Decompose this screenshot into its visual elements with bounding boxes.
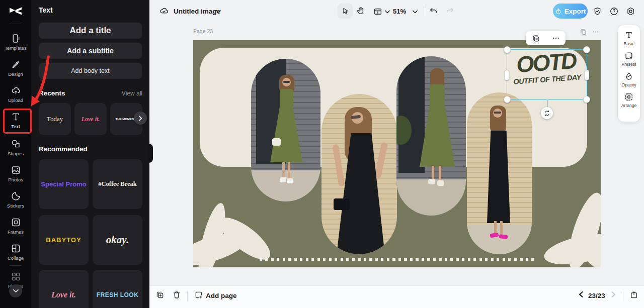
shield-check-icon[interactable]: [593, 7, 602, 16]
view-all-link[interactable]: View all: [122, 90, 142, 97]
export-page-icon[interactable]: [629, 290, 638, 299]
tool-opacity[interactable]: Opacity: [622, 71, 636, 87]
rotate-handle-line: [547, 99, 548, 107]
collage-photo-green-dress-back[interactable]: [396, 56, 466, 216]
chevron-down-icon: [13, 289, 19, 293]
sidebar-item-shapes[interactable]: Shapes: [0, 139, 31, 156]
resize-handle-top-left[interactable]: [504, 46, 511, 53]
recents-scroll-right-button[interactable]: [134, 112, 147, 125]
sidebar-item-stickers[interactable]: Stickers: [0, 191, 31, 209]
recommended-text-style[interactable]: Love it.: [39, 270, 89, 308]
add-subtitle-button[interactable]: Add a subtitle: [39, 43, 142, 59]
annotation-highlight-box: [3, 109, 32, 134]
recent-text-style[interactable]: Today: [39, 103, 71, 135]
layout-grid-icon[interactable]: [373, 7, 382, 16]
chevron-right-icon: [138, 116, 142, 121]
help-icon[interactable]: [609, 7, 619, 16]
next-page-icon[interactable]: [610, 291, 616, 297]
frames-icon: [11, 217, 21, 228]
presets-icon: [624, 51, 634, 61]
panel-collapse-handle[interactable]: [148, 144, 153, 163]
divider: [187, 291, 188, 301]
sidebar-item-frames[interactable]: Frames: [0, 217, 31, 235]
recommended-text-style[interactable]: okay.: [93, 215, 142, 265]
design-icon: [11, 59, 21, 70]
zoom-level[interactable]: 51%: [393, 8, 406, 15]
upload-icon: [11, 85, 21, 96]
settings-gear-icon[interactable]: [626, 7, 635, 16]
resize-handle-right[interactable]: [585, 70, 589, 80]
bottom-bar: Add page 23/23: [149, 285, 644, 308]
icon-rail: Templates Design Upload Text Shapes Phot…: [0, 0, 31, 308]
duplicate-icon[interactable]: [532, 34, 540, 43]
selection-box[interactable]: [507, 49, 587, 100]
export-button[interactable]: Export: [553, 4, 588, 19]
tool-presets[interactable]: Presets: [622, 51, 636, 67]
add-page-button[interactable]: Add page: [206, 292, 237, 299]
delete-page-icon[interactable]: [172, 290, 181, 299]
sidebar-item-design[interactable]: Design: [0, 59, 31, 77]
dashed-line-decoration: [260, 258, 534, 261]
resize-handle-top-right[interactable]: [583, 46, 590, 53]
recommended-text-style[interactable]: BABYTOY: [39, 215, 89, 265]
add-title-button[interactable]: Add a title: [39, 23, 142, 39]
opacity-icon: [624, 71, 634, 81]
more-options-icon[interactable]: [552, 34, 560, 42]
duplicate-page-icon[interactable]: [155, 290, 165, 299]
rail-collapse-button[interactable]: [9, 284, 22, 297]
arrange-icon: [624, 92, 634, 102]
collage-photo-green-dress-front[interactable]: [251, 59, 320, 201]
selection-toolbar: [526, 31, 566, 45]
collage-photo-black-dress-closeup[interactable]: [321, 94, 397, 254]
divider: [10, 24, 22, 24]
shapes-icon: [11, 139, 21, 149]
previous-page-icon[interactable]: [578, 291, 584, 297]
export-icon: [555, 8, 562, 15]
recommended-text-style[interactable]: Special Promo: [39, 159, 89, 209]
add-body-text-button[interactable]: Add body text: [39, 63, 142, 79]
page-label: Page 23: [193, 28, 213, 34]
recents-heading: Recents: [39, 89, 65, 97]
chevron-down-icon[interactable]: [385, 10, 390, 14]
text-panel: Text Add a title Add a subtitle Add body…: [31, 0, 149, 308]
select-tool-button[interactable]: [338, 4, 353, 19]
rotate-handle[interactable]: [541, 107, 553, 119]
recommended-heading: Recommended: [39, 145, 88, 153]
sidebar-item-upload[interactable]: Upload: [0, 85, 31, 103]
page-indicator: 23/23: [588, 292, 605, 299]
recommended-text-style[interactable]: #Coffee Break: [93, 159, 142, 209]
collage-icon: [11, 243, 21, 254]
text-tools-panel: Basic Presets Opacity Arrange: [618, 25, 640, 122]
design-canvas[interactable]: OOTD OUTFIT OF THE DAY: [193, 40, 601, 267]
plugins-icon: [11, 271, 21, 282]
tool-basic[interactable]: Basic: [624, 30, 634, 46]
app-window: Templates Design Upload Text Shapes Phot…: [0, 0, 644, 308]
undo-icon[interactable]: [429, 7, 438, 16]
chevron-down-icon[interactable]: [413, 10, 418, 14]
recommended-text-style[interactable]: FRESH LOOK: [93, 270, 142, 308]
capcut-logo-icon[interactable]: [9, 5, 23, 17]
sidebar-item-collage[interactable]: Collage: [0, 243, 31, 261]
photos-icon: [11, 165, 21, 175]
hand-tool-icon[interactable]: [356, 6, 366, 16]
resize-handle-left[interactable]: [505, 70, 509, 80]
cloud-save-icon[interactable]: [159, 6, 169, 16]
page-more-options-icon[interactable]: [592, 28, 599, 36]
project-title[interactable]: Untitled image: [174, 8, 220, 15]
divider: [10, 265, 22, 266]
resize-handle-bottom-right[interactable]: [583, 96, 590, 103]
text-basic-icon: [624, 30, 634, 40]
tool-arrange[interactable]: Arrange: [621, 92, 636, 108]
chevron-down-icon[interactable]: [216, 10, 221, 13]
add-page-icon[interactable]: [194, 290, 203, 299]
recent-text-style[interactable]: Love it.: [74, 103, 107, 135]
redo-icon[interactable]: [445, 7, 454, 16]
cursor-icon: [341, 7, 350, 16]
stickers-icon: [11, 191, 21, 201]
collage-photo-black-dress-pink-shoes[interactable]: [467, 92, 532, 254]
divider: [424, 6, 424, 16]
resize-handle-bottom-left[interactable]: [504, 96, 511, 103]
duplicate-page-icon[interactable]: [580, 28, 587, 36]
sidebar-item-templates[interactable]: Templates: [0, 33, 31, 51]
sidebar-item-photos[interactable]: Photos: [0, 165, 31, 182]
